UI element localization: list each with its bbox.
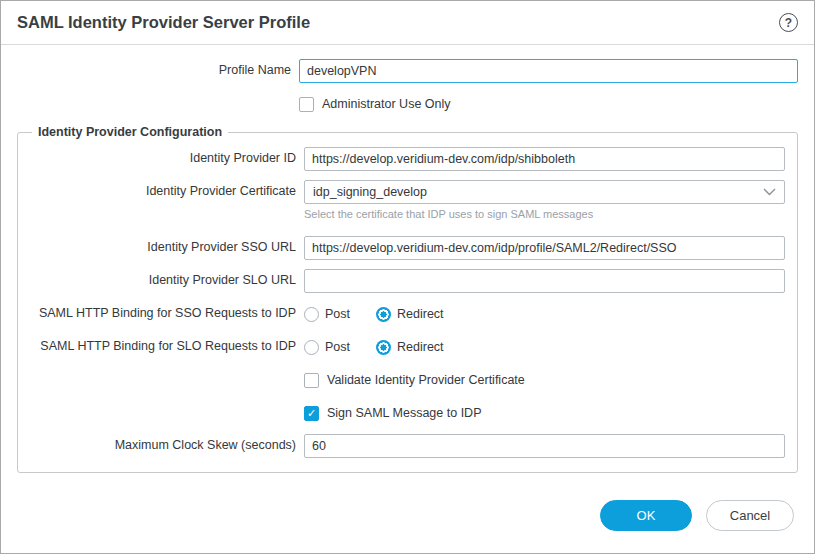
slo-binding-row: SAML HTTP Binding for SLO Requests to ID…: [30, 335, 785, 359]
sso-binding-row: SAML HTTP Binding for SSO Requests to ID…: [30, 302, 785, 326]
ok-button[interactable]: OK: [600, 500, 692, 531]
sign-saml-checkbox[interactable]: ✓: [304, 406, 319, 421]
sso-url-input[interactable]: [304, 236, 785, 260]
sso-binding-redirect-option[interactable]: Redirect: [376, 307, 444, 322]
validate-cert-label[interactable]: Validate Identity Provider Certificate: [327, 373, 525, 387]
idp-cert-row: Identity Provider Certificate idp_signin…: [30, 180, 785, 204]
sign-saml-label[interactable]: Sign SAML Message to IDP: [327, 406, 481, 420]
slo-binding-label: SAML HTTP Binding for SLO Requests to ID…: [30, 339, 296, 355]
dialog-footer: OK Cancel: [1, 500, 814, 553]
profile-name-label: Profile Name: [1, 63, 291, 79]
admin-only-label[interactable]: Administrator Use Only: [322, 97, 451, 111]
dialog-body: Profile Name Administrator Use Only Iden…: [1, 45, 814, 500]
clock-skew-label: Maximum Clock Skew (seconds): [30, 438, 296, 454]
validate-cert-row: Validate Identity Provider Certificate: [304, 368, 785, 392]
saml-idp-server-profile-dialog: SAML Identity Provider Server Profile ? …: [0, 0, 815, 554]
slo-binding-redirect-label[interactable]: Redirect: [397, 340, 444, 354]
profile-name-input[interactable]: [299, 59, 798, 83]
cancel-button[interactable]: Cancel: [706, 500, 794, 531]
sso-binding-options: Post Redirect: [304, 307, 444, 322]
slo-binding-post-radio[interactable]: [304, 340, 319, 355]
slo-url-row: Identity Provider SLO URL: [30, 269, 785, 293]
sso-url-label: Identity Provider SSO URL: [30, 240, 296, 256]
idp-config-legend: Identity Provider Configuration: [32, 125, 228, 139]
slo-url-label: Identity Provider SLO URL: [30, 273, 296, 289]
idp-id-row: Identity Provider ID: [30, 147, 785, 171]
idp-cert-label: Identity Provider Certificate: [30, 184, 296, 200]
sso-binding-post-radio[interactable]: [304, 307, 319, 322]
clock-skew-row: Maximum Clock Skew (seconds): [30, 434, 785, 458]
idp-id-input[interactable]: [304, 147, 785, 171]
clock-skew-input[interactable]: [304, 434, 785, 458]
sso-binding-label: SAML HTTP Binding for SSO Requests to ID…: [30, 306, 296, 322]
dialog-title: SAML Identity Provider Server Profile: [17, 13, 310, 32]
chevron-down-icon: [763, 188, 776, 196]
slo-binding-redirect-radio[interactable]: [376, 340, 391, 355]
slo-url-input[interactable]: [304, 269, 785, 293]
profile-name-row: Profile Name: [1, 59, 798, 83]
sso-binding-post-option[interactable]: Post: [304, 307, 350, 322]
idp-cert-help-text: Select the certificate that IDP uses to …: [304, 208, 785, 220]
admin-only-checkbox[interactable]: [299, 97, 314, 112]
idp-config-fieldset: Identity Provider Configuration Identity…: [17, 125, 798, 473]
sign-saml-row: ✓ Sign SAML Message to IDP: [304, 401, 785, 425]
idp-id-label: Identity Provider ID: [30, 151, 296, 167]
idp-cert-value: idp_signing_develop: [313, 185, 427, 199]
validate-cert-checkbox[interactable]: [304, 373, 319, 388]
admin-only-row: Administrator Use Only: [299, 92, 798, 116]
sso-binding-redirect-radio[interactable]: [376, 307, 391, 322]
slo-binding-options: Post Redirect: [304, 340, 444, 355]
sso-binding-redirect-label[interactable]: Redirect: [397, 307, 444, 321]
sso-binding-post-label[interactable]: Post: [325, 307, 350, 321]
sso-url-row: Identity Provider SSO URL: [30, 236, 785, 260]
slo-binding-post-option[interactable]: Post: [304, 340, 350, 355]
slo-binding-redirect-option[interactable]: Redirect: [376, 340, 444, 355]
checkmark-icon: ✓: [307, 408, 316, 419]
dialog-header: SAML Identity Provider Server Profile ?: [1, 1, 814, 45]
slo-binding-post-label[interactable]: Post: [325, 340, 350, 354]
idp-cert-select[interactable]: idp_signing_develop: [304, 180, 785, 204]
help-icon[interactable]: ?: [779, 13, 798, 32]
